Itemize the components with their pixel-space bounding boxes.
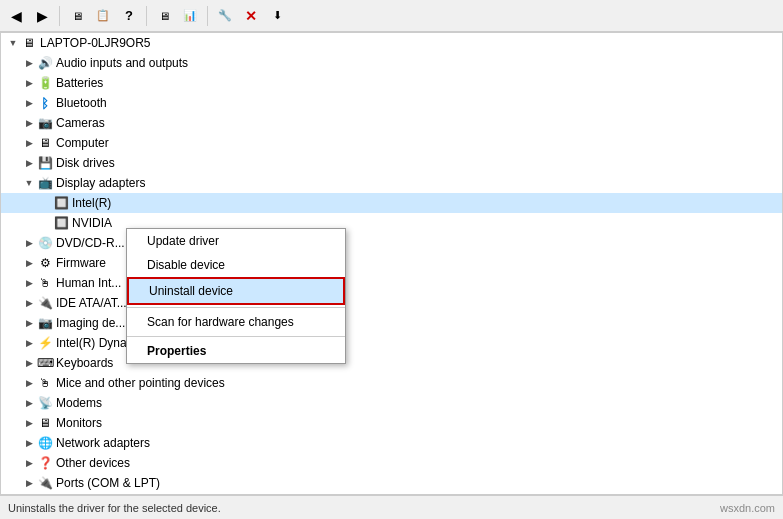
properties-button[interactable]: 🖥 xyxy=(65,4,89,28)
statusbar: Uninstalls the driver for the selected d… xyxy=(0,495,783,519)
tree-item-humanint[interactable]: ▶ 🖱 Human Int... xyxy=(1,273,782,293)
view-button[interactable]: 📊 xyxy=(178,4,202,28)
view-resources-button[interactable]: 📋 xyxy=(91,4,115,28)
other-icon: ❓ xyxy=(37,455,53,471)
tree-label-mice: Mice and other pointing devices xyxy=(56,376,225,390)
tree-item-modems[interactable]: ▶ 📡 Modems xyxy=(1,393,782,413)
tree-item-keyboards[interactable]: ▶ ⌨ Keyboards xyxy=(1,353,782,373)
expand-audio[interactable]: ▶ xyxy=(21,55,37,71)
expand-modems[interactable]: ▶ xyxy=(21,395,37,411)
statusbar-text: Uninstalls the driver for the selected d… xyxy=(8,502,221,514)
computer-icon-button[interactable]: 🖥 xyxy=(152,4,176,28)
forward-button[interactable]: ▶ xyxy=(30,4,54,28)
keyboards-icon: ⌨ xyxy=(37,355,53,371)
ctx-uninstall-device[interactable]: Uninstall device xyxy=(127,277,345,305)
tree-item-nvidia[interactable]: 🔲 NVIDIA xyxy=(1,213,782,233)
mice-icon: 🖱 xyxy=(37,375,53,391)
expand-humanint[interactable]: ▶ xyxy=(21,275,37,291)
tree-item-other[interactable]: ▶ ❓ Other devices xyxy=(1,453,782,473)
tree-item-monitors[interactable]: ▶ 🖥 Monitors xyxy=(1,413,782,433)
tree-item-ideata[interactable]: ▶ 🔌 IDE ATA/AT... xyxy=(1,293,782,313)
tree-item-audio[interactable]: ▶ 🔊 Audio inputs and outputs xyxy=(1,53,782,73)
expand-batteries[interactable]: ▶ xyxy=(21,75,37,91)
expand-keyboards[interactable]: ▶ xyxy=(21,355,37,371)
expand-imaging[interactable]: ▶ xyxy=(21,315,37,331)
ctx-disable-device[interactable]: Disable device xyxy=(127,253,345,277)
firmware-icon: ⚙ xyxy=(37,255,53,271)
ctx-separator-1 xyxy=(127,307,345,308)
humanint-icon: 🖱 xyxy=(37,275,53,291)
tree-label-firmware: Firmware xyxy=(56,256,106,270)
tree-item-cameras[interactable]: ▶ 📷 Cameras xyxy=(1,113,782,133)
tree-label-computer: Computer xyxy=(56,136,109,150)
scan-hardware-toolbar-button[interactable]: ⬇ xyxy=(265,4,289,28)
tree-label-intel: Intel(R) xyxy=(72,196,111,210)
back-button[interactable]: ◀ xyxy=(4,4,28,28)
expand-firmware[interactable]: ▶ xyxy=(21,255,37,271)
expand-ports[interactable]: ▶ xyxy=(21,475,37,491)
expand-display[interactable]: ▼ xyxy=(21,175,37,191)
display-icon: 📺 xyxy=(37,175,53,191)
expand-computer[interactable]: ▶ xyxy=(21,135,37,151)
tree-item-dvd[interactable]: ▶ 💿 DVD/CD-R... xyxy=(1,233,782,253)
tree-item-computer[interactable]: ▶ 🖥 Computer xyxy=(1,133,782,153)
expand-ideata[interactable]: ▶ xyxy=(21,295,37,311)
tree-item-root[interactable]: ▼ 🖥 LAPTOP-0LJR9OR5 xyxy=(1,33,782,53)
ports-icon: 🔌 xyxy=(37,475,53,491)
imaging-icon: 📷 xyxy=(37,315,53,331)
tree-item-batteries[interactable]: ▶ 🔋 Batteries xyxy=(1,73,782,93)
tree-item-printqueues[interactable]: ▶ 🖨 Print queues xyxy=(1,493,782,495)
tree-item-diskdrives[interactable]: ▶ 💾 Disk drives xyxy=(1,153,782,173)
tree-label-other: Other devices xyxy=(56,456,130,470)
expand-other[interactable]: ▶ xyxy=(21,455,37,471)
bluetooth-icon: ᛒ xyxy=(37,95,53,111)
expand-network[interactable]: ▶ xyxy=(21,435,37,451)
expand-dvd[interactable]: ▶ xyxy=(21,235,37,251)
tree-label-display: Display adapters xyxy=(56,176,145,190)
tree-label-diskdrives: Disk drives xyxy=(56,156,115,170)
uninstall-toolbar-button[interactable]: ✕ xyxy=(239,4,263,28)
expand-root[interactable]: ▼ xyxy=(5,35,21,51)
expand-monitors[interactable]: ▶ xyxy=(21,415,37,431)
expand-cameras[interactable]: ▶ xyxy=(21,115,37,131)
computer-icon: 🖥 xyxy=(21,35,37,51)
tree-label-cameras: Cameras xyxy=(56,116,105,130)
tree-item-display[interactable]: ▼ 📺 Display adapters xyxy=(1,173,782,193)
ideata-icon: 🔌 xyxy=(37,295,53,311)
tree-item-network[interactable]: ▶ 🌐 Network adapters xyxy=(1,433,782,453)
tree-item-intelframework[interactable]: ▶ ⚡ Intel(R) Dynamic Platform and Therma… xyxy=(1,333,782,353)
intelframework-icon: ⚡ xyxy=(37,335,53,351)
tree-label-audio: Audio inputs and outputs xyxy=(56,56,188,70)
update-driver-toolbar-button[interactable]: 🔧 xyxy=(213,4,237,28)
tree-label-keyboards: Keyboards xyxy=(56,356,113,370)
expand-mice[interactable]: ▶ xyxy=(21,375,37,391)
batteries-icon: 🔋 xyxy=(37,75,53,91)
tree-item-mice[interactable]: ▶ 🖱 Mice and other pointing devices xyxy=(1,373,782,393)
help-button[interactable]: ? xyxy=(117,4,141,28)
context-menu: Update driver Disable device Uninstall d… xyxy=(126,228,346,364)
expand-diskdrives[interactable]: ▶ xyxy=(21,155,37,171)
diskdrives-icon: 💾 xyxy=(37,155,53,171)
expand-intelframework[interactable]: ▶ xyxy=(21,335,37,351)
dvd-icon: 💿 xyxy=(37,235,53,251)
toolbar-separator-2 xyxy=(146,6,147,26)
toolbar: ◀ ▶ 🖥 📋 ? 🖥 📊 🔧 ✕ ⬇ xyxy=(0,0,783,32)
ctx-separator-2 xyxy=(127,336,345,337)
ctx-properties[interactable]: Properties xyxy=(127,339,345,363)
tree-label-root: LAPTOP-0LJR9OR5 xyxy=(40,36,151,50)
ctx-update-driver[interactable]: Update driver xyxy=(127,229,345,253)
tree-label-nvidia: NVIDIA xyxy=(72,216,112,230)
tree-item-imaging[interactable]: ▶ 📷 Imaging de... xyxy=(1,313,782,333)
tree-label-bluetooth: Bluetooth xyxy=(56,96,107,110)
tree-label-monitors: Monitors xyxy=(56,416,102,430)
toolbar-separator-1 xyxy=(59,6,60,26)
expand-bluetooth[interactable]: ▶ xyxy=(21,95,37,111)
tree-item-ports[interactable]: ▶ 🔌 Ports (COM & LPT) xyxy=(1,473,782,493)
statusbar-watermark: wsxdn.com xyxy=(720,502,775,514)
tree-item-firmware[interactable]: ▶ ⚙ Firmware xyxy=(1,253,782,273)
audio-icon: 🔊 xyxy=(37,55,53,71)
device-tree[interactable]: ▼ 🖥 LAPTOP-0LJR9OR5 ▶ 🔊 Audio inputs and… xyxy=(0,32,783,495)
ctx-scan[interactable]: Scan for hardware changes xyxy=(127,310,345,334)
tree-item-bluetooth[interactable]: ▶ ᛒ Bluetooth xyxy=(1,93,782,113)
tree-item-intel[interactable]: 🔲 Intel(R) xyxy=(1,193,782,213)
